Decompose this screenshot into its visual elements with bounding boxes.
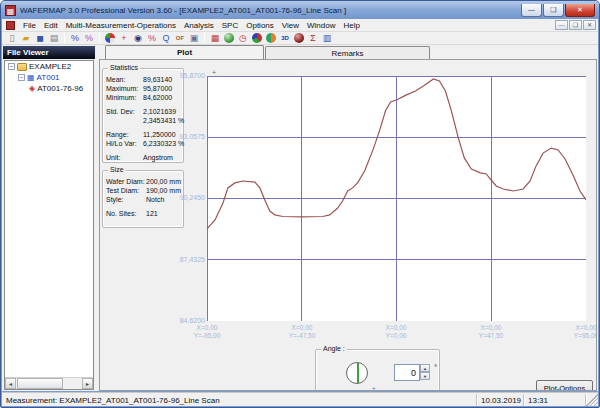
menu-analysis[interactable]: Analysis (180, 20, 218, 31)
3d-plot-icon[interactable]: 3D (278, 32, 292, 44)
wafer-map-icon[interactable] (222, 32, 236, 44)
close-button[interactable]: ✕ (565, 4, 595, 17)
angle-legend: Angle : (321, 345, 347, 352)
tab-plot[interactable]: Plot (105, 45, 264, 59)
target-icon[interactable]: ◉ (131, 32, 145, 44)
y-tick-label: 84,6200 (159, 317, 205, 324)
open-folder-icon[interactable]: ▰ (19, 32, 33, 44)
tab-remarks[interactable]: Remarks (265, 46, 430, 59)
file-viewer-header: File Viewer (3, 46, 95, 59)
navigate-icon[interactable] (103, 32, 117, 44)
sites-label: No. Sites: (106, 209, 146, 218)
polar-plot-icon[interactable]: ◷ (236, 32, 250, 44)
toolbar-separator (99, 33, 100, 43)
maximum-value: 95,87000 (143, 84, 172, 93)
copy-icon[interactable]: ▣ (187, 32, 201, 44)
status-bar: Measurement: EXAMPLE2_AT001_AT001-76-96_… (2, 392, 598, 406)
unit-value: Angstrom (143, 153, 173, 162)
wafer-orientation-icon (346, 362, 368, 384)
x-tick-label: X=0,00Y=-47,50 (272, 324, 332, 340)
tree-item-label[interactable]: AT001 (37, 73, 60, 82)
scroll-right-icon[interactable]: ► (82, 378, 93, 389)
minimize-button[interactable]: — (521, 4, 542, 17)
spc-chart-icon[interactable]: ▦ (208, 32, 222, 44)
menu-bar: File Edit Multi-Measurement-Operations A… (2, 19, 598, 32)
toolbar-separator (64, 33, 65, 43)
angle-groupbox: Angle : + 0 ▲ ▼ ° (315, 349, 440, 391)
plot-options-button[interactable]: Plot-Options (536, 380, 593, 391)
toolbar-separator (204, 33, 205, 43)
scroll-left-icon[interactable]: ◄ (5, 378, 16, 389)
test-diam-label: Test Diam: (106, 186, 146, 195)
x-tick-label: X=0,00Y=95,00 (556, 324, 597, 340)
window-title: WAFERMAP 3.0 Professional Version 3.60 -… (20, 6, 516, 15)
menu-file[interactable]: File (19, 20, 40, 31)
tree-item-example2[interactable]: − EXAMPLE2 (5, 61, 93, 72)
menu-options[interactable]: Options (242, 20, 278, 31)
tree-item-at001[interactable]: − ▦ AT001 (5, 72, 93, 83)
angle-input[interactable]: 0 (394, 364, 420, 381)
x-tick-label: X=0,00Y=47,50 (461, 324, 521, 340)
scrollbar-thumb[interactable] (17, 378, 63, 389)
zoom-icon[interactable]: Q (159, 32, 173, 44)
hilo-var-value: 6,2330323 % (143, 139, 184, 148)
crosshair-icon[interactable]: + (117, 32, 131, 44)
spin-up-icon[interactable]: ▲ (420, 364, 430, 372)
spin-down-icon[interactable]: ▼ (420, 372, 430, 380)
menu-view[interactable]: View (278, 20, 303, 31)
stddev-value: 2,1021639 (143, 107, 176, 116)
stddev-label: Std. Dev: (106, 107, 143, 116)
collapse-icon[interactable]: − (18, 74, 25, 81)
tree-horizontal-scrollbar[interactable]: ◄ ► (5, 377, 93, 389)
distribution-icon[interactable] (264, 32, 278, 44)
notch-marker-icon: + (372, 385, 376, 391)
style-label: Style: (106, 195, 146, 204)
histogram-icon[interactable]: ▥ (320, 32, 334, 44)
y-tick-label: 87,4325 (159, 256, 205, 263)
wafer-stat-icon[interactable]: % (82, 32, 96, 44)
percent-wafer-icon[interactable]: % (145, 32, 159, 44)
status-date: 10.03.2019 (477, 394, 524, 406)
stddev-percent-value: 2,3453431 % (143, 116, 184, 125)
new-file-icon[interactable]: ▯ (5, 32, 19, 44)
sigma-icon[interactable]: Σ (306, 32, 320, 44)
wafer-diam-label: Wafer Diam: (106, 177, 146, 186)
toolbar: ▯▰◼▤%%+◉%QOF▣▦◷3DΣ▥ (2, 32, 598, 45)
title-bar[interactable]: ▦ WAFERMAP 3.0 Professional Version 3.60… (1, 1, 599, 19)
menu-spc[interactable]: SPC (218, 20, 242, 31)
minimum-label: Minimum: (106, 93, 143, 102)
mdi-document-icon[interactable] (6, 21, 15, 30)
file-viewer-panel: File Viewer − EXAMPLE2 − ▦ AT001 ◈ AT001… (3, 46, 95, 391)
wafer-compare-icon[interactable]: % (68, 32, 82, 44)
menu-window[interactable]: Window (303, 20, 339, 31)
angle-spinner: 0 ▲ ▼ (394, 364, 430, 381)
degree-symbol: ° (434, 363, 437, 372)
collapse-icon[interactable]: − (8, 63, 15, 70)
x-tick-label: X=0,00Y=0,00 (366, 324, 426, 340)
resize-grip[interactable] (586, 394, 598, 406)
mdi-close-button[interactable]: ✕ (583, 20, 596, 30)
menu-multi-measurement-operations[interactable]: Multi-Measurement-Operations (62, 20, 180, 31)
tree-item-at001-76-96[interactable]: ◈ AT001-76-96 (5, 83, 93, 94)
mdi-restore-button[interactable]: ❏ (569, 20, 582, 30)
y-tick-label: 90,2450 (159, 194, 205, 201)
save-icon[interactable]: ◼ (33, 32, 47, 44)
tree-item-label[interactable]: EXAMPLE2 (29, 62, 71, 71)
statistics-groupbox: Statistics Mean:89,63140 Maximum:95,8700… (102, 68, 184, 163)
tree-item-label[interactable]: AT001-76-96 (37, 84, 83, 93)
measurement-data-icon: ◈ (29, 84, 35, 93)
mdi-minimize-button[interactable]: — (555, 20, 568, 30)
hilo-var-label: Hi/Lo Var: (106, 139, 143, 148)
y-tick-label: 93,0575 (159, 133, 205, 140)
status-measurement: Measurement: EXAMPLE2_AT001_AT001-76-96_… (2, 394, 477, 406)
menu-edit[interactable]: Edit (40, 20, 62, 31)
app-window: ▦ WAFERMAP 3.0 Professional Version 3.60… (0, 0, 600, 408)
range-label: Range: (106, 130, 143, 139)
offset-icon[interactable]: OF (173, 32, 187, 44)
maximize-button[interactable]: ❏ (543, 4, 564, 17)
pie-chart-icon[interactable] (250, 32, 264, 44)
mean-label: Mean: (106, 75, 143, 84)
menu-help[interactable]: Help (339, 20, 363, 31)
sphere-plot-icon[interactable] (292, 32, 306, 44)
print-icon[interactable]: ▤ (47, 32, 61, 44)
